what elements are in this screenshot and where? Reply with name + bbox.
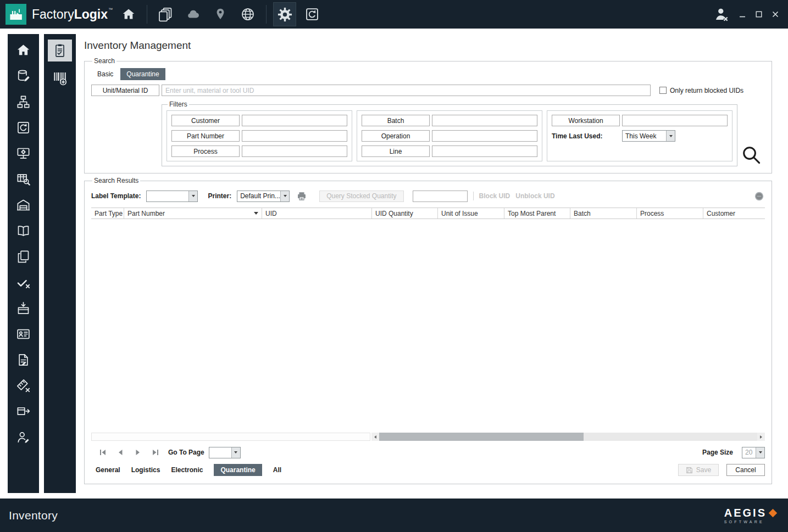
scrollbar-thumb[interactable] (379, 433, 584, 441)
line-filter-input[interactable] (432, 145, 537, 157)
tab-quarantine[interactable]: Quarantine (120, 68, 165, 80)
user-signout-button[interactable] (710, 2, 733, 26)
customer-filter-button[interactable]: Customer (171, 115, 240, 126)
scrollbar-track[interactable] (379, 433, 757, 441)
sidebar-id-card-button[interactable] (12, 324, 35, 343)
scroll-left-button[interactable] (371, 433, 379, 441)
batch-filter-input[interactable] (432, 115, 537, 126)
filter-panel-middle: Batch Operation Line (357, 110, 542, 161)
operation-filter-button[interactable]: Operation (362, 130, 430, 142)
sidebar-measure-button[interactable] (12, 376, 35, 395)
documents-button[interactable] (154, 2, 177, 26)
column-header-process[interactable]: Process (637, 208, 703, 219)
column-header-unit-of-issue[interactable]: Unit of Issue (438, 208, 504, 219)
first-page-button[interactable] (98, 448, 108, 457)
sidebar-home-button[interactable] (12, 41, 35, 59)
chevron-down-icon[interactable] (666, 131, 675, 141)
globe-button[interactable] (236, 2, 259, 26)
sidebar-secondary (44, 34, 76, 493)
sidebar-document-edit-button[interactable] (12, 350, 35, 369)
line-filter-button[interactable]: Line (362, 145, 430, 157)
column-header-uid[interactable]: UID (262, 208, 372, 219)
sidebar-book-button[interactable] (12, 221, 35, 240)
tab-general[interactable]: General (96, 466, 120, 474)
horizontal-scrollbar[interactable] (371, 433, 765, 441)
page-size-select[interactable]: 20 (742, 447, 765, 458)
sidebar-database-edit-button[interactable] (12, 66, 35, 85)
sidebar-pages-button[interactable] (12, 247, 35, 266)
last-page-button[interactable] (151, 448, 160, 457)
label-template-select[interactable] (146, 191, 198, 202)
tab-basic[interactable]: Basic (91, 68, 119, 80)
next-page-button[interactable] (133, 448, 143, 457)
column-header-batch[interactable]: Batch (570, 208, 637, 219)
filter-row-process: Process (171, 145, 347, 157)
cancel-button[interactable]: Cancel (726, 464, 765, 476)
sidebar-receive-button[interactable] (12, 299, 35, 317)
blocked-uids-checkbox[interactable] (659, 87, 667, 94)
unit-search-input[interactable] (162, 85, 651, 96)
sidebar-ship-button[interactable] (12, 402, 35, 421)
chevron-down-icon[interactable] (188, 191, 197, 201)
search-button[interactable] (740, 143, 763, 166)
location-button[interactable] (209, 2, 232, 26)
column-header-part-number[interactable]: Part Number (124, 208, 262, 219)
operation-filter-input[interactable] (432, 130, 537, 142)
tab-all[interactable]: All (273, 466, 281, 474)
block-uid-button[interactable]: Block UID (479, 192, 510, 200)
workstation-filter-button[interactable]: Workstation (552, 115, 620, 126)
barcode-add-button[interactable] (48, 69, 71, 87)
go-to-page-select[interactable] (209, 447, 241, 458)
query-stocked-quantity-button[interactable]: Query Stocked Quantity (319, 191, 403, 202)
inspection-plan-button-selected[interactable] (48, 40, 72, 61)
batch-filter-button[interactable]: Batch (362, 115, 430, 126)
tab-quarantine-bottom[interactable]: Quarantine (214, 464, 262, 476)
sidebar-history-button[interactable] (12, 118, 35, 137)
filter-panel-right: Workstation Time Last Used: This Week (547, 110, 732, 161)
maximize-button[interactable] (752, 7, 766, 21)
previous-page-button[interactable] (115, 448, 125, 457)
aegis-brand-text: AEGIS (724, 507, 767, 519)
sidebar-grid-search-button[interactable] (12, 170, 35, 188)
column-header-uid-quantity[interactable]: UID Quantity (372, 208, 438, 219)
part-number-filter-button[interactable]: Part Number (171, 130, 240, 142)
part-number-filter-input[interactable] (242, 130, 347, 142)
close-button[interactable] (768, 7, 783, 21)
sidebar-routing-button[interactable] (12, 92, 35, 111)
column-header-part-type[interactable]: Part Type (91, 208, 124, 219)
sidebar-user-help-button[interactable] (12, 428, 35, 446)
history-button[interactable] (301, 2, 324, 26)
print-button[interactable] (295, 192, 308, 200)
column-header-top-most-parent[interactable]: Top Most Parent (504, 208, 570, 219)
save-button[interactable]: Save (678, 464, 719, 476)
tab-logistics[interactable]: Logistics (131, 466, 160, 474)
chevron-left-icon (374, 435, 376, 439)
process-filter-button[interactable]: Process (171, 145, 240, 157)
chevron-down-icon[interactable] (280, 191, 289, 201)
unit-material-id-button[interactable]: Unit/Material ID (91, 85, 159, 96)
label-template-label: Label Template: (91, 192, 141, 200)
customer-filter-input[interactable] (242, 115, 347, 126)
minimize-button[interactable] (735, 7, 750, 21)
process-filter-input[interactable] (242, 145, 347, 157)
column-header-customer[interactable]: Customer (703, 208, 765, 219)
chevron-down-icon[interactable] (756, 447, 764, 458)
sidebar-warehouse-button[interactable] (12, 195, 35, 214)
cloud-button[interactable] (181, 2, 204, 26)
block-circle-button[interactable] (753, 192, 765, 200)
home-button[interactable] (117, 2, 140, 26)
sidebar-verify-button[interactable] (12, 273, 35, 292)
printer-select[interactable]: Default Prin... (237, 191, 290, 202)
page-title: Inventory Management (84, 40, 772, 52)
unblock-uid-button[interactable]: Unblock UID (515, 192, 554, 200)
tab-electronic[interactable]: Electronic (171, 466, 203, 474)
cloud-icon (185, 7, 201, 22)
chevron-down-icon[interactable] (231, 447, 240, 458)
workstation-filter-input[interactable] (622, 115, 728, 126)
time-last-used-select[interactable]: This Week (622, 130, 675, 142)
sidebar-workstation-button[interactable] (12, 144, 35, 163)
scroll-right-button[interactable] (757, 433, 765, 441)
stocked-quantity-input[interactable] (413, 191, 468, 202)
status-module-title: Inventory (9, 509, 58, 522)
settings-button[interactable] (273, 2, 296, 26)
